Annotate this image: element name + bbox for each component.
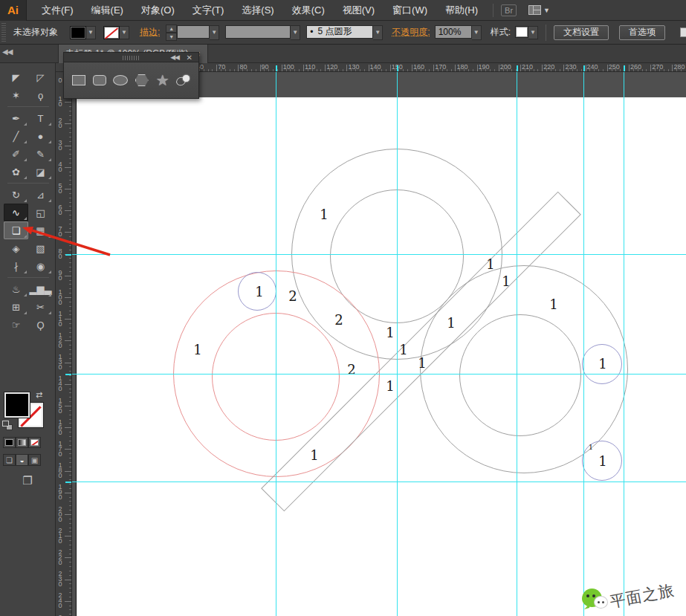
none-button[interactable] <box>28 437 41 448</box>
perspective-grid-tool[interactable]: ▦ <box>28 221 53 239</box>
bridge-button[interactable]: Br <box>501 4 517 16</box>
polygon-tool[interactable] <box>132 71 152 90</box>
swap-fill-stroke-icon[interactable]: ⇄ <box>36 390 42 400</box>
stroke-weight-stepper[interactable]: ▲▼ <box>166 25 177 41</box>
gradient-tool[interactable]: ▧ <box>28 239 53 257</box>
drag-grip-icon[interactable] <box>123 56 140 60</box>
type-tool[interactable]: T <box>28 109 53 127</box>
chevron-down-icon[interactable]: ▼ <box>373 25 383 40</box>
eyedropper-tool[interactable]: ∤ <box>4 257 28 275</box>
width-profile-field[interactable] <box>225 25 291 39</box>
vertical-ruler[interactable]: 01 02 03 04 05 06 07 08 09 01 0 01 1 01 … <box>56 72 72 616</box>
chevron-down-icon[interactable]: ▼ <box>86 26 96 39</box>
shape-panel-titlebar[interactable]: ◀◀ ✕ <box>63 52 199 62</box>
blend-tool[interactable]: ◉ <box>28 257 53 275</box>
blob-brush-tool[interactable]: ✿ <box>4 163 28 181</box>
default-fill-stroke-icon[interactable] <box>2 421 13 430</box>
chevron-down-icon[interactable]: ▼ <box>528 26 538 39</box>
pencil-tool[interactable]: ✎ <box>28 145 53 163</box>
screen-mode-icon[interactable]: ❐ <box>16 473 39 488</box>
style-swatch[interactable] <box>515 26 528 38</box>
ruler-label: 2 0 0 <box>57 507 63 522</box>
ruler-minor-tick <box>69 609 71 610</box>
hand-tool[interactable]: ☞ <box>4 316 28 334</box>
ruler-major-tick <box>65 363 72 363</box>
chevron-down-icon[interactable]: ▼ <box>120 26 129 39</box>
artboard-tool[interactable]: ⊞ <box>4 298 28 316</box>
document-setup-button[interactable]: 文档设置 <box>554 25 609 40</box>
width-profile-control[interactable]: ▼ <box>225 25 300 40</box>
menu-item-1[interactable]: 编辑(E) <box>82 0 132 21</box>
line-segment-tool[interactable]: ╱ <box>4 127 28 145</box>
star-tool[interactable]: ★ <box>153 71 172 90</box>
column-graph-tool[interactable]: ▂▆▃ <box>28 280 53 298</box>
pen-tool[interactable]: ✒ <box>4 109 28 127</box>
eraser-tool[interactable]: ◪ <box>28 163 53 181</box>
opacity-panel-link[interactable]: 不透明度: <box>392 26 430 39</box>
menu-item-6[interactable]: 视图(V) <box>334 0 384 21</box>
fill-swatch[interactable] <box>70 26 86 39</box>
canvas-area[interactable]: 121212111111111111 平面之旅 <box>72 72 686 616</box>
style-control[interactable]: ▼ <box>511 26 538 39</box>
gradient-button[interactable] <box>16 437 28 448</box>
draw-normal-icon[interactable]: ❏ <box>3 454 16 466</box>
brush-definition-field[interactable]: • 5 点圆形 <box>306 25 373 39</box>
ruler-minor-tick <box>69 479 71 480</box>
close-icon[interactable]: ✕ <box>187 54 192 62</box>
opacity-control[interactable]: 100% ▼ <box>435 25 482 40</box>
paintbrush-tool[interactable]: ✐ <box>4 145 28 163</box>
stroke-panel-link[interactable]: 描边: <box>140 26 160 39</box>
brush-definition-control[interactable]: • 5 点圆形 ▼ <box>306 25 383 40</box>
ruler-minor-tick <box>69 184 71 185</box>
preferences-button[interactable]: 首选项 <box>619 25 665 40</box>
rounded-rectangle-tool[interactable] <box>90 71 109 90</box>
color-button[interactable] <box>3 437 16 448</box>
rectangle-tool[interactable] <box>69 71 88 90</box>
ruler-major-tick <box>65 340 72 341</box>
menu-item-4[interactable]: 选择(S) <box>233 0 282 21</box>
direct-selection-tool[interactable]: ◸ <box>28 68 53 86</box>
width-tool[interactable]: ∿ <box>4 204 28 221</box>
ellipse-tool[interactable]: ● <box>28 127 53 145</box>
scale-tool[interactable]: ⊿ <box>28 186 53 204</box>
draw-inside-icon[interactable]: ▣ <box>28 454 41 466</box>
shape-builder-tool[interactable]: ❏ <box>4 221 28 239</box>
control-bar-grip[interactable] <box>1 23 7 42</box>
stroke-color-control[interactable]: ▼ <box>103 26 129 39</box>
fill-proxy-swatch[interactable] <box>4 392 30 418</box>
lasso-tool[interactable]: ϙ <box>28 86 53 104</box>
menu-item-7[interactable]: 窗口(W) <box>384 0 436 21</box>
menu-item-5[interactable]: 效果(C) <box>283 0 334 21</box>
stroke-weight-control[interactable]: ▼ <box>177 25 219 40</box>
symbol-sprayer-tool[interactable]: ♨ <box>4 280 28 298</box>
zoom-tool[interactable]: Ϙ <box>28 316 53 334</box>
chevron-down-icon[interactable]: ▼ <box>472 25 482 40</box>
flare-tool[interactable] <box>174 71 193 90</box>
stroke-none-swatch[interactable] <box>103 26 120 39</box>
menu-item-3[interactable]: 文字(T) <box>184 0 233 21</box>
artwork-label-17: 1 <box>310 447 318 463</box>
stepper-down-icon[interactable]: ▼ <box>166 33 177 41</box>
mesh-tool[interactable]: ◈ <box>4 239 28 257</box>
slice-tool[interactable]: ✂ <box>28 298 53 316</box>
rotate-tool[interactable]: ↻ <box>4 186 28 204</box>
fill-color-control[interactable]: ▼ <box>70 26 96 39</box>
magic-wand-tool[interactable]: ✶ <box>4 86 28 104</box>
menu-item-0[interactable]: 文件(F) <box>33 0 82 21</box>
ellipse-tool[interactable] <box>111 71 130 90</box>
menu-item-8[interactable]: 帮助(H) <box>436 0 487 21</box>
opacity-value-field[interactable]: 100% <box>435 25 472 39</box>
chevron-down-icon[interactable]: ▼ <box>291 25 300 40</box>
menu-item-2[interactable]: 对象(O) <box>132 0 184 21</box>
stepper-up-icon[interactable]: ▲ <box>166 25 177 33</box>
free-transform-tool[interactable]: ◱ <box>28 204 53 221</box>
draw-behind-icon[interactable]: ◒ <box>16 454 28 466</box>
collapse-panels-icon[interactable]: ◀◀ <box>2 48 12 56</box>
selection-tool[interactable]: ◤ <box>4 68 28 86</box>
chevron-down-icon[interactable]: ▼ <box>210 25 219 40</box>
shape-tools-panel[interactable]: ◀◀ ✕ ★ <box>63 52 199 99</box>
workspace-switcher[interactable]: ▼ <box>528 5 550 15</box>
vertical-guide-1 <box>397 72 398 616</box>
collapse-icon[interactable]: ◀◀ <box>170 54 179 61</box>
stroke-weight-field[interactable] <box>177 25 210 39</box>
